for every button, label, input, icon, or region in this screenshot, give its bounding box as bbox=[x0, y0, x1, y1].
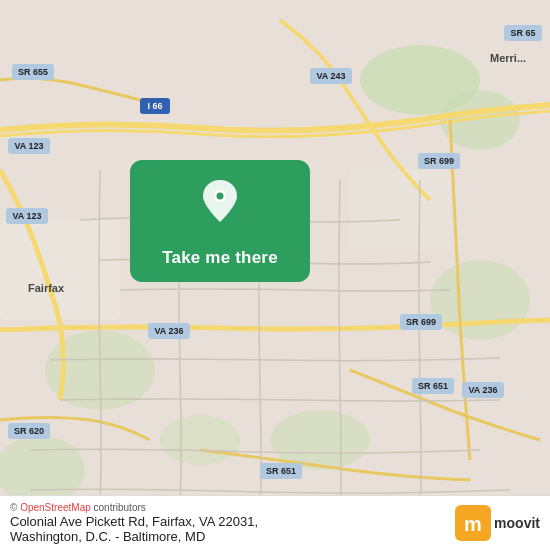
svg-text:VA 243: VA 243 bbox=[316, 71, 345, 81]
bottom-left: © OpenStreetMap contributors Colonial Av… bbox=[10, 502, 258, 544]
svg-text:SR 699: SR 699 bbox=[424, 156, 454, 166]
svg-text:Merri...: Merri... bbox=[490, 52, 526, 64]
svg-rect-9 bbox=[350, 170, 450, 250]
osm-prefix: © bbox=[10, 502, 20, 513]
svg-text:VA 123: VA 123 bbox=[14, 141, 43, 151]
osm-link[interactable]: OpenStreetMap bbox=[20, 502, 91, 513]
button-overlay: Take me there bbox=[130, 160, 310, 282]
svg-text:VA 236: VA 236 bbox=[154, 326, 183, 336]
svg-text:SR 699: SR 699 bbox=[406, 317, 436, 327]
svg-point-6 bbox=[430, 260, 530, 340]
svg-text:m: m bbox=[464, 513, 482, 535]
moovit-logo: m moovit bbox=[455, 505, 540, 541]
svg-text:SR 651: SR 651 bbox=[418, 381, 448, 391]
osm-attribution: © OpenStreetMap contributors bbox=[10, 502, 258, 513]
svg-text:VA 123: VA 123 bbox=[12, 211, 41, 221]
svg-text:SR 65: SR 65 bbox=[510, 28, 535, 38]
moovit-logo-icon: m bbox=[455, 505, 491, 541]
location-pin-icon bbox=[200, 178, 240, 224]
map-container: SR 65 SR 655 VA 243 I 66 VA 123 SR 699 V… bbox=[0, 0, 550, 550]
address-text: Colonial Ave Pickett Rd, Fairfax, VA 220… bbox=[10, 514, 258, 544]
bottom-bar: © OpenStreetMap contributors Colonial Av… bbox=[0, 495, 550, 550]
svg-point-39 bbox=[217, 193, 224, 200]
svg-text:I 66: I 66 bbox=[147, 101, 162, 111]
svg-point-7 bbox=[160, 415, 240, 465]
svg-rect-8 bbox=[0, 220, 120, 320]
location-pin-area bbox=[130, 160, 310, 238]
svg-text:SR 651: SR 651 bbox=[266, 466, 296, 476]
take-me-there-button[interactable]: Take me there bbox=[130, 238, 310, 282]
svg-text:SR 620: SR 620 bbox=[14, 426, 44, 436]
svg-text:Fairfax: Fairfax bbox=[28, 282, 65, 294]
svg-text:SR 655: SR 655 bbox=[18, 67, 48, 77]
moovit-brand-name: moovit bbox=[494, 515, 540, 531]
address-line2: Washington, D.C. - Baltimore, MD bbox=[10, 529, 205, 544]
address-line1: Colonial Ave Pickett Rd, Fairfax, VA 220… bbox=[10, 514, 258, 529]
osm-suffix: contributors bbox=[91, 502, 146, 513]
svg-text:VA 236: VA 236 bbox=[468, 385, 497, 395]
